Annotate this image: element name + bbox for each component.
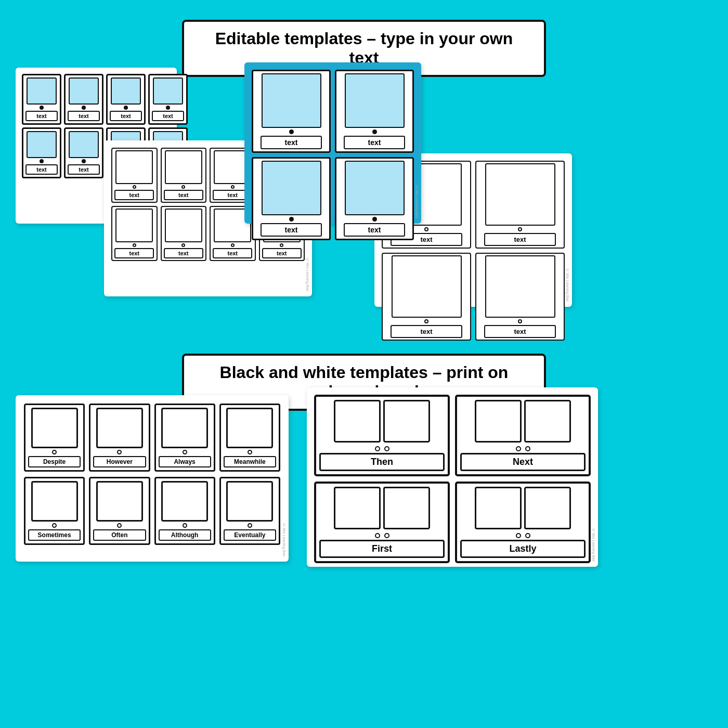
watermark-text: © Mrs Learning Bee xyxy=(415,185,419,218)
list-item: Despite xyxy=(24,404,85,472)
list-item: text xyxy=(475,253,565,341)
blue-large-grid: text text text text xyxy=(252,70,414,240)
watermark-text: © Mrs Learning Bee xyxy=(592,528,595,562)
bw-right-sheet: Then Next First xyxy=(307,387,598,567)
list-item: text xyxy=(22,74,61,125)
list-item: Lastly xyxy=(455,482,591,563)
list-item: text xyxy=(111,148,158,203)
watermark-text: © Mrs Learning Bee xyxy=(306,258,309,291)
banner1-text: Editable templates – type in your own te… xyxy=(215,29,513,67)
list-item: Always xyxy=(154,404,215,472)
list-item: text xyxy=(335,157,414,240)
list-item: text xyxy=(382,253,471,341)
list-item: text xyxy=(252,70,331,153)
list-item: text xyxy=(64,74,103,125)
list-item: text xyxy=(335,70,414,153)
list-item: Although xyxy=(154,477,215,545)
bw-left-sheet: Despite However Always Meanwhile xyxy=(16,395,289,562)
list-item: Meanwhile xyxy=(219,404,280,472)
list-item: text xyxy=(111,206,158,261)
bw-right-grid: Then Next First xyxy=(314,395,591,563)
watermark-text: © Mrs Learning Bee xyxy=(566,268,569,302)
bw-row1: Despite However Always Meanwhile xyxy=(24,404,280,472)
list-item: text xyxy=(22,127,61,178)
blue-large-sheet: text text text text © Mrs Learning Bee xyxy=(244,62,421,224)
list-item: text xyxy=(252,157,331,240)
list-item: Sometimes xyxy=(24,477,85,545)
list-item: First xyxy=(314,482,450,563)
list-item: text xyxy=(161,148,207,203)
list-item: text xyxy=(161,206,207,261)
bw-left-grid: Despite However Always Meanwhile xyxy=(24,404,280,545)
watermark-text: © Mrs Learning Bee xyxy=(282,523,286,556)
list-item: Eventually xyxy=(219,477,280,545)
list-item: text xyxy=(148,74,188,125)
list-item: However xyxy=(89,404,150,472)
bw-row2: Sometimes Often Although Eventually xyxy=(24,477,280,545)
list-item: text xyxy=(64,127,103,178)
list-item: text xyxy=(475,161,565,249)
list-item: Then xyxy=(314,395,450,476)
list-item: text xyxy=(106,74,146,125)
list-item: Often xyxy=(89,477,150,545)
list-item: Next xyxy=(455,395,591,476)
